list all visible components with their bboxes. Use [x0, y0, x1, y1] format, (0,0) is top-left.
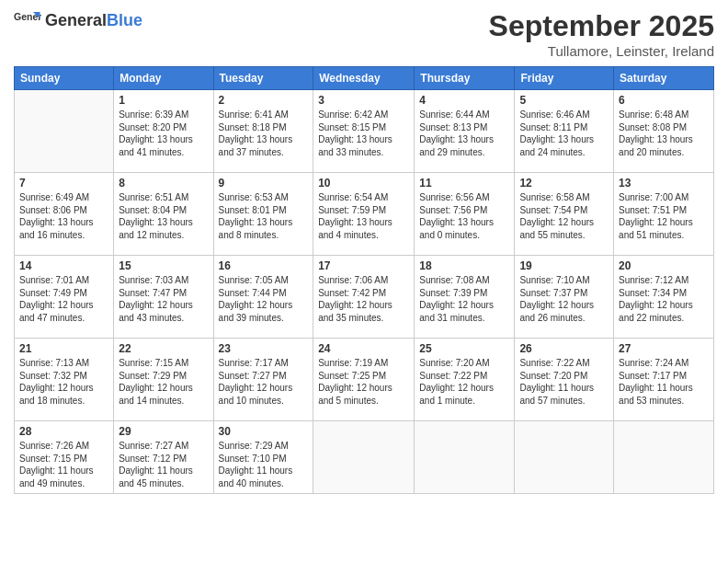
- calendar-cell: 8Sunrise: 6:51 AM Sunset: 8:04 PM Daylig…: [114, 173, 213, 256]
- calendar-cell: 25Sunrise: 7:20 AM Sunset: 7:22 PM Dayli…: [415, 339, 515, 421]
- day-number: 26: [519, 342, 609, 355]
- calendar-cell: 17Sunrise: 7:06 AM Sunset: 7:42 PM Dayli…: [313, 256, 415, 339]
- day-info: Sunrise: 6:49 AM Sunset: 8:06 PM Dayligh…: [19, 191, 108, 241]
- calendar-cell: 18Sunrise: 7:08 AM Sunset: 7:39 PM Dayli…: [415, 256, 515, 339]
- day-number: 24: [318, 342, 409, 355]
- calendar-table: Sunday Monday Tuesday Wednesday Thursday…: [14, 66, 714, 494]
- day-info: Sunrise: 6:41 AM Sunset: 8:18 PM Dayligh…: [219, 109, 309, 158]
- day-info: Sunrise: 7:03 AM Sunset: 7:47 PM Dayligh…: [119, 274, 208, 324]
- day-number: 20: [619, 259, 709, 272]
- day-info: Sunrise: 6:42 AM Sunset: 8:15 PM Dayligh…: [318, 109, 409, 158]
- calendar-cell: [313, 421, 415, 494]
- day-info: Sunrise: 7:12 AM Sunset: 7:34 PM Dayligh…: [619, 274, 709, 324]
- calendar-cell: 19Sunrise: 7:10 AM Sunset: 7:37 PM Dayli…: [515, 256, 614, 339]
- calendar-cell: 22Sunrise: 7:15 AM Sunset: 7:29 PM Dayli…: [114, 339, 213, 421]
- day-info: Sunrise: 7:19 AM Sunset: 7:25 PM Dayligh…: [318, 357, 409, 407]
- calendar-cell: 24Sunrise: 7:19 AM Sunset: 7:25 PM Dayli…: [313, 339, 415, 421]
- calendar-cell: 3Sunrise: 6:42 AM Sunset: 8:15 PM Daylig…: [313, 90, 415, 173]
- day-number: 18: [419, 259, 509, 272]
- main-container: General GeneralBlue September 2025 Tulla…: [0, 0, 728, 503]
- day-number: 27: [619, 342, 709, 355]
- calendar-cell: 30Sunrise: 7:29 AM Sunset: 7:10 PM Dayli…: [213, 421, 313, 494]
- calendar-cell: 6Sunrise: 6:48 AM Sunset: 8:08 PM Daylig…: [614, 90, 714, 173]
- day-number: 29: [119, 425, 208, 438]
- calendar-cell: 29Sunrise: 7:27 AM Sunset: 7:12 PM Dayli…: [114, 421, 213, 494]
- col-monday: Monday: [114, 67, 213, 90]
- day-number: 17: [318, 259, 409, 272]
- day-number: 21: [19, 342, 108, 355]
- day-number: 2: [219, 94, 309, 107]
- calendar-header-row: Sunday Monday Tuesday Wednesday Thursday…: [15, 67, 714, 90]
- logo-icon: General: [14, 9, 41, 31]
- day-info: Sunrise: 7:10 AM Sunset: 7:37 PM Dayligh…: [519, 274, 609, 324]
- day-info: Sunrise: 7:00 AM Sunset: 7:51 PM Dayligh…: [619, 191, 709, 241]
- day-info: Sunrise: 7:22 AM Sunset: 7:20 PM Dayligh…: [519, 357, 609, 407]
- header: General GeneralBlue September 2025 Tulla…: [14, 9, 714, 59]
- day-info: Sunrise: 6:46 AM Sunset: 8:11 PM Dayligh…: [519, 109, 609, 158]
- day-info: Sunrise: 6:58 AM Sunset: 7:54 PM Dayligh…: [519, 191, 609, 241]
- day-number: 25: [419, 342, 509, 355]
- day-number: 7: [19, 177, 108, 190]
- day-number: 1: [119, 94, 208, 107]
- week-row-5: 28Sunrise: 7:26 AM Sunset: 7:15 PM Dayli…: [15, 421, 714, 494]
- calendar-cell: 26Sunrise: 7:22 AM Sunset: 7:20 PM Dayli…: [515, 339, 614, 421]
- day-number: 19: [519, 259, 609, 272]
- day-info: Sunrise: 6:48 AM Sunset: 8:08 PM Dayligh…: [619, 109, 709, 158]
- day-info: Sunrise: 7:01 AM Sunset: 7:49 PM Dayligh…: [19, 274, 108, 324]
- calendar-cell: 5Sunrise: 6:46 AM Sunset: 8:11 PM Daylig…: [515, 90, 614, 173]
- calendar-cell: 11Sunrise: 6:56 AM Sunset: 7:56 PM Dayli…: [415, 173, 515, 256]
- calendar-cell: 28Sunrise: 7:26 AM Sunset: 7:15 PM Dayli…: [15, 421, 114, 494]
- day-info: Sunrise: 7:26 AM Sunset: 7:15 PM Dayligh…: [19, 440, 108, 489]
- week-row-1: 1Sunrise: 6:39 AM Sunset: 8:20 PM Daylig…: [15, 90, 714, 173]
- col-thursday: Thursday: [415, 67, 515, 90]
- day-info: Sunrise: 7:06 AM Sunset: 7:42 PM Dayligh…: [318, 274, 409, 324]
- calendar-cell: 1Sunrise: 6:39 AM Sunset: 8:20 PM Daylig…: [114, 90, 213, 173]
- day-number: 11: [419, 177, 509, 190]
- day-number: 12: [519, 177, 609, 190]
- calendar-cell: 15Sunrise: 7:03 AM Sunset: 7:47 PM Dayli…: [114, 256, 213, 339]
- logo-general: General: [45, 11, 107, 29]
- calendar-cell: [614, 421, 714, 494]
- calendar-cell: 21Sunrise: 7:13 AM Sunset: 7:32 PM Dayli…: [15, 339, 114, 421]
- day-number: 23: [219, 342, 309, 355]
- day-info: Sunrise: 7:29 AM Sunset: 7:10 PM Dayligh…: [219, 440, 309, 489]
- calendar-cell: [415, 421, 515, 494]
- calendar-cell: [515, 421, 614, 494]
- week-row-2: 7Sunrise: 6:49 AM Sunset: 8:06 PM Daylig…: [15, 173, 714, 256]
- day-info: Sunrise: 7:20 AM Sunset: 7:22 PM Dayligh…: [419, 357, 509, 407]
- day-info: Sunrise: 7:15 AM Sunset: 7:29 PM Dayligh…: [119, 357, 208, 407]
- calendar-cell: 10Sunrise: 6:54 AM Sunset: 7:59 PM Dayli…: [313, 173, 415, 256]
- day-number: 13: [619, 177, 709, 190]
- calendar-cell: 23Sunrise: 7:17 AM Sunset: 7:27 PM Dayli…: [213, 339, 313, 421]
- day-number: 15: [119, 259, 208, 272]
- calendar-cell: 14Sunrise: 7:01 AM Sunset: 7:49 PM Dayli…: [15, 256, 114, 339]
- day-number: 30: [219, 425, 309, 438]
- day-number: 16: [219, 259, 309, 272]
- location-title: Tullamore, Leinster, Ireland: [489, 43, 714, 59]
- day-number: 3: [318, 94, 409, 107]
- calendar-cell: 7Sunrise: 6:49 AM Sunset: 8:06 PM Daylig…: [15, 173, 114, 256]
- col-saturday: Saturday: [614, 67, 714, 90]
- day-info: Sunrise: 6:53 AM Sunset: 8:01 PM Dayligh…: [219, 191, 309, 241]
- day-info: Sunrise: 6:54 AM Sunset: 7:59 PM Dayligh…: [318, 191, 409, 241]
- calendar-cell: 16Sunrise: 7:05 AM Sunset: 7:44 PM Dayli…: [213, 256, 313, 339]
- col-tuesday: Tuesday: [213, 67, 313, 90]
- day-info: Sunrise: 7:27 AM Sunset: 7:12 PM Dayligh…: [119, 440, 208, 489]
- title-block: September 2025 Tullamore, Leinster, Irel…: [489, 9, 714, 59]
- week-row-3: 14Sunrise: 7:01 AM Sunset: 7:49 PM Dayli…: [15, 256, 714, 339]
- calendar-cell: 20Sunrise: 7:12 AM Sunset: 7:34 PM Dayli…: [614, 256, 714, 339]
- day-number: 14: [19, 259, 108, 272]
- day-number: 5: [519, 94, 609, 107]
- col-sunday: Sunday: [15, 67, 114, 90]
- day-number: 8: [119, 177, 208, 190]
- col-wednesday: Wednesday: [313, 67, 415, 90]
- day-number: 28: [19, 425, 108, 438]
- calendar-cell: [15, 90, 114, 173]
- day-info: Sunrise: 6:51 AM Sunset: 8:04 PM Dayligh…: [119, 191, 208, 241]
- calendar-cell: 9Sunrise: 6:53 AM Sunset: 8:01 PM Daylig…: [213, 173, 313, 256]
- day-number: 6: [619, 94, 709, 107]
- calendar-cell: 13Sunrise: 7:00 AM Sunset: 7:51 PM Dayli…: [614, 173, 714, 256]
- day-info: Sunrise: 7:24 AM Sunset: 7:17 PM Dayligh…: [619, 357, 709, 407]
- day-info: Sunrise: 6:44 AM Sunset: 8:13 PM Dayligh…: [419, 109, 509, 158]
- calendar-cell: 4Sunrise: 6:44 AM Sunset: 8:13 PM Daylig…: [415, 90, 515, 173]
